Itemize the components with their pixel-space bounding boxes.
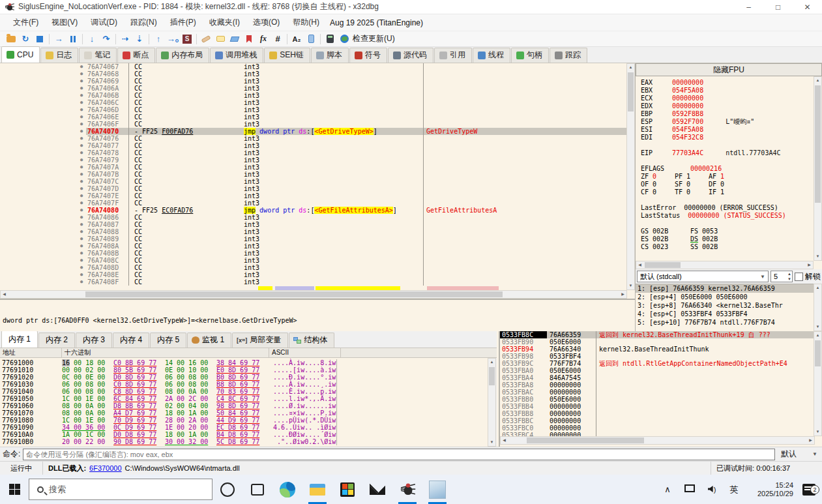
calculator-icon[interactable] bbox=[323, 33, 337, 46]
disasm-row[interactable]: ●76A74069CCint3 bbox=[0, 78, 627, 85]
disasm-row[interactable]: ●76A7406FCCint3 bbox=[0, 121, 627, 128]
register-line[interactable]: ES 002BDS 002B bbox=[641, 235, 814, 243]
register-line[interactable]: CS 0023SS 002B bbox=[641, 243, 814, 251]
scroll-up-icon[interactable]: ▲ bbox=[814, 332, 821, 339]
mail-icon[interactable] bbox=[362, 475, 392, 504]
scroll-down-icon[interactable]: ▼ bbox=[814, 253, 821, 260]
scroll-down-icon[interactable]: ▼ bbox=[814, 428, 821, 436]
patch-icon[interactable] bbox=[199, 33, 213, 46]
breakpoint-dot-icon[interactable]: ● bbox=[77, 113, 86, 121]
register-line[interactable]: CF 0TF 0IF 1 bbox=[641, 188, 814, 196]
breakpoint-dot-icon[interactable]: ● bbox=[77, 200, 86, 207]
check-update-globe-icon[interactable] bbox=[337, 33, 351, 46]
scroll-up-icon[interactable]: ▲ bbox=[814, 284, 821, 291]
register-line[interactable]: GS 002BFS 0053 bbox=[641, 228, 814, 235]
command-input[interactable] bbox=[23, 449, 775, 460]
stack-row[interactable]: 0533FBC400000000 bbox=[500, 432, 815, 436]
disasm-vertical-scrollbar[interactable]: ▲ ▼ bbox=[626, 63, 635, 290]
step-over-icon[interactable]: ↷ bbox=[99, 33, 113, 46]
hash-icon[interactable]: # bbox=[271, 33, 285, 46]
breakpoint-dot-icon[interactable]: ● bbox=[77, 149, 86, 156]
breakpoint-dot-icon[interactable]: ● bbox=[77, 271, 86, 278]
taskbar-search-input[interactable]: 搜索 bbox=[29, 479, 213, 500]
dump-tab-memory[interactable]: 内存 5 bbox=[150, 333, 186, 348]
breakpoint-dot-icon[interactable]: ● bbox=[77, 92, 86, 99]
check-update-button[interactable]: 检查更新(U) bbox=[353, 33, 395, 44]
scroll-left-icon[interactable]: ◀ bbox=[1, 291, 8, 298]
disasm-row[interactable]: ●76A7406DCCint3 bbox=[0, 106, 627, 113]
stack-argument[interactable]: 4: [esp+C] 0533FBF4 0533FBF4 bbox=[636, 310, 814, 318]
disasm-row[interactable]: ●76A74067CCint3 bbox=[0, 63, 627, 70]
tab-source[interactable]: 源代码 bbox=[388, 48, 433, 63]
menu-item-选项[interactable]: 选项(O) bbox=[246, 15, 286, 29]
font-icon[interactable]: A₂ bbox=[289, 33, 304, 46]
dump-row[interactable]: 776910801C 00 1E 0070 D9 69 7728 00 2A 0… bbox=[0, 417, 488, 424]
disasm-row[interactable]: ●76A7408ECCint3 bbox=[0, 271, 627, 278]
breakpoint-dot-icon[interactable]: ● bbox=[77, 70, 86, 78]
disasm-row[interactable]: ●76A74088CCint3 bbox=[0, 228, 627, 235]
function-icon[interactable]: fx bbox=[256, 33, 271, 46]
scroll-right-icon[interactable]: ▶ bbox=[619, 291, 626, 298]
register-line[interactable]: EDI054F32C8 bbox=[641, 134, 814, 141]
stack-row[interactable]: 0533FBA0050E6000 bbox=[500, 367, 815, 374]
scroll-right-icon[interactable]: ▶ bbox=[807, 437, 814, 444]
breakpoint-dot-icon[interactable]: ● bbox=[77, 243, 86, 250]
dump-vertical-scrollbar[interactable]: ▲ ▼ bbox=[488, 358, 496, 447]
disasm-row[interactable]: ●76A74078CCint3 bbox=[0, 149, 627, 156]
tab-handles[interactable]: 句柄 bbox=[511, 48, 549, 63]
disasm-row[interactable]: ●76A74070- FF25 F00FAD76jmp dword ptr ds… bbox=[0, 128, 627, 135]
disasm-row[interactable]: ●76A7407DCCint3 bbox=[0, 185, 627, 192]
tab-memory-map[interactable]: 内存布局 bbox=[156, 48, 209, 63]
breakpoint-dot-icon[interactable]: ● bbox=[77, 214, 86, 221]
stack-argument[interactable]: 1: [esp] 76A66359 kernel32.76A66359 bbox=[636, 284, 814, 293]
breakpoint-dot-icon[interactable]: ● bbox=[77, 135, 86, 142]
dump-tab-memory[interactable]: 内存 4 bbox=[113, 333, 149, 348]
dump-row[interactable]: 7769100016 00 18 00C0 8B 69 7714 00 16 0… bbox=[0, 359, 488, 366]
breakpoint-dot-icon[interactable]: ● bbox=[77, 171, 86, 178]
seh-icon[interactable]: S bbox=[180, 33, 194, 46]
registers-horizontal-scrollbar[interactable]: ◀ ▶ bbox=[636, 261, 814, 269]
stack-row[interactable]: 0533FB980533FBF4 bbox=[500, 353, 815, 360]
device-icon[interactable] bbox=[304, 33, 318, 46]
breakpoint-dot-icon[interactable]: ● bbox=[77, 185, 86, 192]
stack-row[interactable]: 0533FBB800000000 bbox=[500, 410, 815, 417]
dump-tab-memory[interactable]: 内存 2 bbox=[38, 333, 75, 348]
register-line[interactable] bbox=[641, 157, 814, 165]
scroll-left-icon[interactable]: ◀ bbox=[636, 261, 643, 269]
hide-fpu-button[interactable]: 隐藏FPU bbox=[636, 63, 822, 76]
scroll-up-icon[interactable]: ▲ bbox=[814, 77, 821, 84]
disasm-row[interactable]: ●76A7407CCCint3 bbox=[0, 178, 627, 185]
dump-row[interactable]: 7769101000 00 02 0080 5B 69 770E 00 10 0… bbox=[0, 366, 488, 374]
close-button[interactable]: ✕ bbox=[793, 0, 822, 14]
register-line[interactable]: EFLAGS00000216 bbox=[641, 165, 814, 173]
breakpoint-dot-icon[interactable]: ● bbox=[77, 264, 86, 271]
disasm-row[interactable]: ●76A7407ACCint3 bbox=[0, 164, 627, 171]
register-line[interactable]: EBP0592F8B8 bbox=[641, 110, 814, 118]
scroll-right-icon[interactable]: ▶ bbox=[806, 261, 813, 269]
label-icon[interactable] bbox=[228, 33, 242, 46]
x32dbg-taskbar-icon[interactable] bbox=[392, 475, 422, 504]
stack-row[interactable]: 0533FB8C76A66359返回到 kernel32.BaseThreadI… bbox=[500, 331, 815, 338]
cortana-button[interactable] bbox=[213, 475, 242, 504]
register-line[interactable] bbox=[641, 141, 814, 149]
register-line[interactable]: LastStatus 00000000 (STATUS_SUCCESS) bbox=[641, 212, 814, 220]
dump-tab-struct[interactable]: 结构体 bbox=[289, 333, 334, 348]
minimize-button[interactable]: – bbox=[734, 0, 763, 14]
disasm-row[interactable]: ●76A7408DCCint3 bbox=[0, 264, 627, 271]
run-icon[interactable]: → bbox=[51, 33, 66, 46]
dump-row[interactable]: 7769103006 00 08 00C0 8D 69 7706 00 08 0… bbox=[0, 381, 488, 388]
disasm-row[interactable]: ●76A7406BCCint3 bbox=[0, 92, 627, 99]
disasm-row[interactable]: ●76A74068CCint3 bbox=[0, 70, 627, 78]
volume-icon[interactable]: ) bbox=[701, 484, 723, 494]
menu-item-收藏夹[interactable]: 收藏夹(I) bbox=[203, 15, 246, 29]
disasm-row[interactable]: ●76A74079CCint3 bbox=[0, 156, 627, 164]
disasm-horizontal-scrollbar[interactable]: ◀ ▶ bbox=[0, 290, 627, 299]
register-line[interactable]: OF 0SF 0DF 0 bbox=[641, 181, 814, 188]
pause-icon[interactable] bbox=[66, 33, 80, 46]
stack-row[interactable]: 0533FB9C776F7B74返回到 ntdll.RtlGetAppConta… bbox=[500, 360, 815, 367]
edge-icon[interactable] bbox=[272, 475, 302, 504]
registers-vertical-scrollbar[interactable]: ▲ ▼ bbox=[814, 76, 822, 261]
tab-breakpoint[interactable]: 断点 bbox=[117, 48, 155, 63]
game-app-icon[interactable] bbox=[422, 475, 452, 504]
unlock-checkbox[interactable] bbox=[795, 273, 803, 281]
